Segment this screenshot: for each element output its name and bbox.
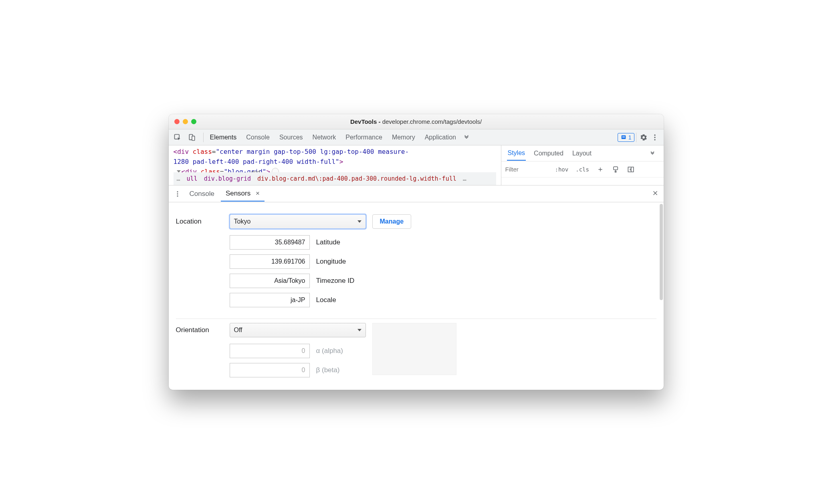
svg-rect-9 (614, 167, 618, 170)
more-tabs-icon[interactable] (647, 148, 658, 159)
styles-panel: Styles Computed Layout :hov .cls (501, 145, 664, 185)
svg-point-7 (654, 137, 655, 138)
issues-badge[interactable]: 1 (618, 133, 634, 142)
settings-icon[interactable] (638, 132, 649, 143)
svg-rect-2 (192, 136, 195, 140)
orientation-section: Orientation Off α (alpha) (176, 319, 656, 389)
hov-toggle[interactable]: :hov (553, 165, 570, 173)
window-controls (174, 119, 196, 124)
alpha-label: α (alpha) (316, 347, 343, 355)
orientation-select[interactable]: Off (230, 323, 366, 337)
drawer-tab-sensors[interactable]: Sensors × (221, 186, 265, 202)
title-path: developer.chrome.com/tags/devtools/ (382, 118, 482, 125)
tab-sources[interactable]: Sources (275, 130, 308, 145)
latitude-label: Latitude (316, 238, 341, 246)
svg-point-6 (654, 134, 655, 135)
styles-tabs: Styles Computed Layout (501, 145, 664, 161)
tab-styles[interactable]: Styles (507, 146, 526, 161)
timezone-input[interactable] (230, 274, 310, 288)
divider (203, 133, 204, 142)
kebab-menu-icon[interactable] (172, 188, 183, 200)
tab-application[interactable]: Application (420, 130, 461, 145)
kebab-menu-icon[interactable] (649, 132, 660, 143)
paint-flash-icon[interactable] (610, 164, 621, 175)
locale-input[interactable] (230, 293, 310, 307)
grid-badge[interactable]: grid (272, 168, 279, 172)
drawer-tab-label: Sensors (226, 190, 250, 197)
svg-rect-3 (621, 135, 626, 139)
close-tab-icon[interactable]: × (256, 190, 260, 197)
computed-sidebar-icon[interactable] (625, 164, 636, 175)
drawer: Console Sensors × Location Tokyo Manag (169, 185, 664, 390)
new-style-rule-icon[interactable] (595, 164, 606, 175)
timezone-label: Timezone ID (316, 277, 355, 285)
sensors-panel: Location Tokyo Manage Latitude Longitude (169, 202, 664, 390)
beta-input (230, 363, 310, 377)
breadcrumb-item[interactable]: div.blog-card.md\:pad-400.pad-300.rounde… (257, 175, 456, 182)
close-window-button[interactable] (174, 119, 180, 124)
scrollbar[interactable] (660, 204, 663, 300)
zoom-window-button[interactable] (191, 119, 196, 124)
drawer-tab-console[interactable]: Console (185, 187, 219, 201)
drawer-tabs: Console Sensors × (169, 185, 664, 202)
orientation-value: Off (234, 327, 242, 334)
location-section: Location Tokyo Manage Latitude Longitude (176, 210, 656, 319)
breadcrumb-overflow-left[interactable]: … (177, 175, 180, 182)
breadcrumb[interactable]: … ull div.blog-grid div.blog-card.md\:pa… (174, 172, 496, 185)
breadcrumb-overflow-right[interactable]: … (463, 175, 466, 182)
styles-filter-input[interactable] (505, 166, 549, 173)
divider (636, 133, 636, 142)
more-tabs-icon[interactable] (461, 132, 472, 143)
dom-tree[interactable]: <div class="center margin gap-top-500 lg… (174, 145, 496, 172)
manage-button[interactable]: Manage (372, 214, 412, 229)
window-titlebar: DevTools - developer.chrome.com/tags/dev… (169, 114, 664, 129)
svg-rect-10 (615, 171, 616, 172)
panel-split: <div class="center margin gap-top-500 lg… (169, 145, 664, 185)
svg-point-12 (177, 191, 178, 192)
tab-computed[interactable]: Computed (533, 147, 564, 160)
svg-rect-5 (622, 137, 625, 137)
orientation-label: Orientation (176, 326, 223, 334)
orientation-preview (372, 323, 456, 375)
elements-panel[interactable]: <div class="center margin gap-top-500 lg… (169, 145, 501, 185)
devtools-window: DevTools - developer.chrome.com/tags/dev… (169, 114, 664, 390)
title-prefix: DevTools - (350, 118, 382, 125)
window-title: DevTools - developer.chrome.com/tags/dev… (350, 118, 482, 125)
minimize-window-button[interactable] (183, 119, 188, 124)
longitude-label: Longitude (316, 258, 346, 266)
svg-point-13 (177, 193, 178, 194)
tab-memory[interactable]: Memory (387, 130, 420, 145)
styles-filter-bar: :hov .cls (501, 161, 664, 177)
cls-toggle[interactable]: .cls (574, 165, 591, 173)
location-label: Location (176, 218, 223, 226)
alpha-input (230, 344, 310, 358)
chevron-down-icon (357, 329, 361, 331)
tab-performance[interactable]: Performance (341, 130, 387, 145)
device-toggle-icon[interactable] (186, 132, 198, 143)
main-toolbar: Elements Console Sources Network Perform… (169, 129, 664, 145)
inspect-element-icon[interactable] (172, 132, 183, 143)
tab-layout[interactable]: Layout (571, 147, 592, 160)
location-value: Tokyo (234, 218, 251, 225)
issues-count: 1 (628, 134, 632, 141)
locale-label: Locale (316, 296, 336, 304)
tab-elements[interactable]: Elements (205, 130, 242, 145)
longitude-input[interactable] (230, 254, 310, 269)
beta-label: β (beta) (316, 366, 340, 374)
chevron-down-icon (357, 220, 361, 223)
tab-network[interactable]: Network (308, 130, 341, 145)
svg-point-14 (177, 195, 178, 196)
latitude-input[interactable] (230, 235, 310, 250)
breadcrumb-item[interactable]: ull (187, 175, 198, 182)
location-select[interactable]: Tokyo (230, 214, 366, 229)
breadcrumb-item[interactable]: div.blog-grid (204, 175, 251, 182)
tab-console[interactable]: Console (241, 130, 275, 145)
close-drawer-icon[interactable] (652, 190, 659, 199)
svg-rect-4 (622, 136, 625, 137)
svg-point-8 (654, 139, 655, 140)
expand-caret-icon[interactable] (177, 170, 181, 172)
